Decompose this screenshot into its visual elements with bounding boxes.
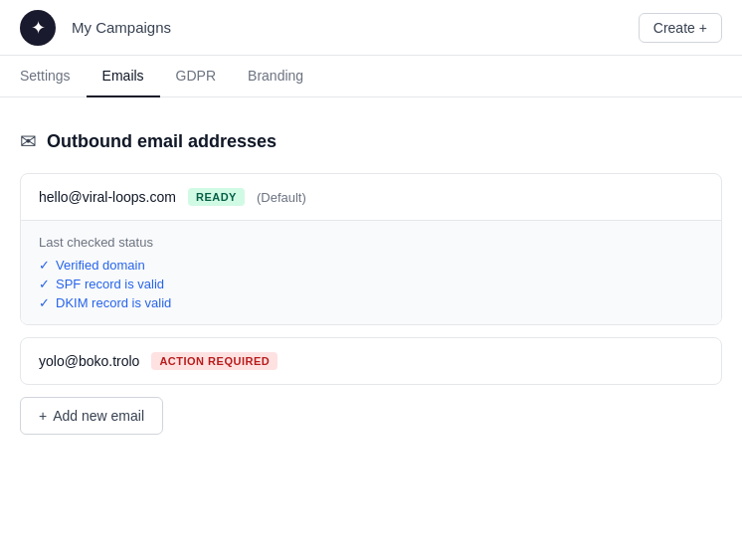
check-spf-record: ✓ SPF record is valid [39, 277, 703, 291]
logo-icon: ✦ [31, 19, 46, 37]
top-navigation: ✦ My Campaigns Create + [0, 0, 742, 56]
nav-title: My Campaigns [72, 19, 171, 36]
section-header: ✉ Outbound email addresses [20, 129, 722, 153]
add-email-icon: + [39, 408, 47, 424]
main-content: ✉ Outbound email addresses hello@viral-l… [0, 97, 742, 467]
create-label: Create [653, 20, 695, 36]
tab-branding[interactable]: Branding [232, 56, 319, 97]
sub-navigation: Settings Emails GDPR Branding [0, 56, 742, 97]
create-button[interactable]: Create + [639, 13, 722, 43]
add-email-label: Add new email [53, 408, 144, 424]
email-card-1: hello@viral-loops.com READY (Default) La… [20, 173, 722, 325]
email-section-icon: ✉ [20, 129, 37, 153]
email-card-2-header: yolo@boko.trolo ACTION REQUIRED [21, 338, 721, 384]
checkmark-icon-3: ✓ [39, 295, 50, 310]
last-checked-label: Last checked status [39, 235, 703, 250]
email-badge-1: READY [188, 188, 245, 206]
check-verified-domain: ✓ Verified domain [39, 258, 703, 273]
email-card-2: yolo@boko.trolo ACTION REQUIRED [20, 337, 722, 385]
check-label-3: DKIM record is valid [56, 295, 171, 310]
section-title: Outbound email addresses [47, 131, 277, 152]
email-address-1: hello@viral-loops.com [39, 189, 176, 205]
email-default-label-1: (Default) [257, 190, 306, 205]
tab-gdpr[interactable]: GDPR [160, 56, 232, 97]
check-dkim-record: ✓ DKIM record is valid [39, 295, 703, 310]
checkmark-icon-2: ✓ [39, 277, 50, 291]
email-badge-2: ACTION REQUIRED [151, 352, 278, 370]
email-card-1-details: Last checked status ✓ Verified domain ✓ … [21, 220, 721, 324]
tab-emails[interactable]: Emails [87, 56, 160, 97]
tab-settings[interactable]: Settings [20, 56, 87, 97]
email-card-1-header: hello@viral-loops.com READY (Default) [21, 174, 721, 220]
checkmark-icon-1: ✓ [39, 258, 50, 273]
add-new-email-button[interactable]: + Add new email [20, 397, 163, 435]
logo: ✦ [20, 10, 56, 46]
check-label-1: Verified domain [56, 258, 145, 273]
check-label-2: SPF record is valid [56, 277, 164, 291]
create-icon: + [699, 20, 707, 36]
email-address-2: yolo@boko.trolo [39, 353, 139, 369]
